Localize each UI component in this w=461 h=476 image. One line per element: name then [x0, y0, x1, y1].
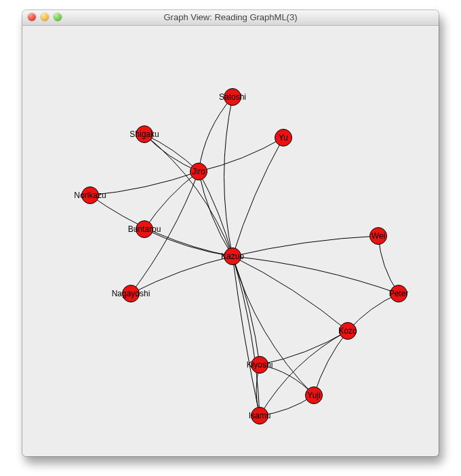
- app-window: Graph View: Reading GraphML(3) SatoshiSh…: [22, 10, 439, 456]
- app-stage: Graph View: Reading GraphML(3) SatoshiSh…: [0, 0, 461, 476]
- window-title: Graph View: Reading GraphML(3): [22, 10, 439, 25]
- node-dot-icon[interactable]: [305, 386, 323, 404]
- minimize-icon[interactable]: [41, 13, 49, 21]
- graph-edge: [260, 331, 348, 416]
- node-dot-icon[interactable]: [224, 247, 241, 265]
- graph-node[interactable]: Kazuo: [224, 247, 241, 265]
- node-dot-icon[interactable]: [136, 125, 153, 143]
- node-dot-icon[interactable]: [369, 227, 387, 245]
- graph-node[interactable]: Nagayoshi: [122, 285, 140, 302]
- graph-node[interactable]: Isamu: [251, 407, 268, 424]
- node-dot-icon[interactable]: [224, 88, 241, 106]
- graph-edge: [131, 256, 233, 294]
- graph-edge: [260, 331, 348, 365]
- graph-canvas[interactable]: SatoshiShigakuYuJiroNorikazuBuntarouKazu…: [22, 26, 439, 456]
- graph-edge: [199, 138, 283, 172]
- graph-edge: [233, 236, 378, 256]
- graph-node[interactable]: Wei: [369, 227, 387, 245]
- graph-edge: [199, 97, 233, 172]
- graph-edge: [233, 138, 283, 256]
- graph-edge: [233, 256, 399, 294]
- graph-edge: [233, 256, 260, 416]
- graph-edge: [233, 256, 348, 331]
- graph-edge: [90, 195, 233, 256]
- graph-node[interactable]: Shigaku: [136, 125, 153, 143]
- graph-node[interactable]: Peter: [390, 285, 407, 302]
- traffic-lights: [28, 13, 62, 21]
- close-icon[interactable]: [28, 13, 36, 21]
- node-dot-icon[interactable]: [81, 186, 99, 204]
- node-dot-icon[interactable]: [339, 322, 357, 340]
- node-dot-icon[interactable]: [136, 220, 153, 238]
- node-dot-icon[interactable]: [251, 407, 268, 424]
- node-dot-icon[interactable]: [251, 356, 268, 374]
- graph-edge: [233, 256, 260, 416]
- zoom-icon[interactable]: [54, 13, 62, 21]
- titlebar[interactable]: Graph View: Reading GraphML(3): [22, 10, 439, 26]
- graph-node[interactable]: Norikazu: [81, 186, 99, 204]
- node-dot-icon[interactable]: [275, 129, 292, 146]
- graph-edge: [233, 256, 314, 395]
- node-dot-icon[interactable]: [122, 285, 140, 302]
- graph-node[interactable]: Yu: [275, 129, 292, 146]
- graph-edge: [90, 172, 199, 195]
- graph-node[interactable]: Buntarou: [136, 220, 153, 238]
- graph-edge: [144, 134, 233, 256]
- graph-node[interactable]: Yuji: [305, 386, 323, 404]
- graph-node[interactable]: Satoshi: [224, 88, 241, 106]
- graph-node[interactable]: Kiyoshi: [251, 356, 268, 374]
- node-dot-icon[interactable]: [390, 285, 407, 302]
- graph-node[interactable]: Kozo: [339, 322, 357, 340]
- node-dot-icon[interactable]: [190, 163, 207, 180]
- graph-node[interactable]: Jiro: [190, 163, 207, 180]
